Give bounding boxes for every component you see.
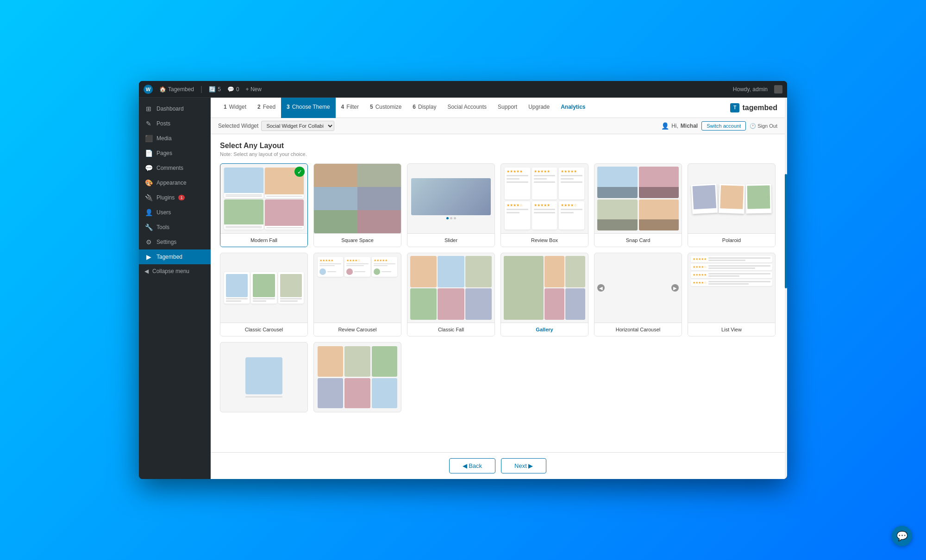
- layout-label-review-carousel: Review Carousel: [314, 323, 401, 336]
- step-label-upgrade: Upgrade: [528, 104, 550, 110]
- sidebar-item-plugins[interactable]: 🔌 Plugins 1: [139, 190, 211, 205]
- step-num-customize: 5: [370, 104, 373, 110]
- layout-card-review-box[interactable]: ★★★★★ ★★★★★ ★★★★★ ★★★★☆ ★★★★★ ★★★★☆ Revi…: [501, 163, 588, 247]
- sidebar-label-comments: Comments: [156, 165, 183, 171]
- step-customize[interactable]: 5Customize: [364, 98, 407, 118]
- layout-card-slider[interactable]: Slider: [407, 163, 495, 247]
- sidebar-label-plugins: Plugins: [156, 194, 175, 201]
- collapse-label: Collapse menu: [152, 268, 189, 274]
- sign-out-button[interactable]: 🕐 Sign Out: [750, 123, 777, 129]
- layout-preview-list-view: ★★★★★ ★★★★☆ ★★★★★ ★★★★☆: [688, 253, 775, 323]
- plugin-logo-text: tagembed: [742, 104, 777, 112]
- sidebar-label-pages: Pages: [156, 150, 172, 156]
- layout-preview-extra-1: [220, 342, 307, 412]
- wp-logo-icon[interactable]: W: [144, 85, 153, 94]
- step-upgrade[interactable]: Upgrade: [523, 98, 555, 118]
- sidebar-label-tools: Tools: [156, 224, 169, 230]
- layout-card-extra-2[interactable]: [313, 342, 401, 412]
- sidebar-item-media[interactable]: ⬛ Media: [139, 131, 211, 146]
- carousel-next-icon: ▶: [671, 284, 679, 292]
- sidebar-item-users[interactable]: 👤 Users: [139, 205, 211, 220]
- sidebar-label-media: Media: [156, 135, 172, 142]
- updates-icon: 🔄: [209, 86, 216, 93]
- layout-card-polaroid[interactable]: Polaroid: [688, 163, 776, 247]
- sidebar-item-comments[interactable]: 💬 Comments: [139, 161, 211, 175]
- sidebar-item-settings[interactable]: ⚙ Settings: [139, 235, 211, 249]
- layout-preview-classic-fall: [407, 253, 494, 323]
- layout-label-modern-fall: Modern Fall: [220, 233, 307, 247]
- layout-card-square-space[interactable]: Square Space: [313, 163, 401, 247]
- sidebar-item-tools[interactable]: 🔧 Tools: [139, 220, 211, 235]
- layout-card-classic-carousel[interactable]: Classic Carousel: [220, 253, 308, 336]
- step-filter[interactable]: 4Filter: [336, 98, 364, 118]
- step-analytics[interactable]: Analytics: [555, 98, 591, 118]
- content-area: 1Widget2Feed3Choose Theme4Filter5Customi…: [211, 98, 785, 479]
- step-display[interactable]: 6Display: [407, 98, 442, 118]
- layout-card-gallery[interactable]: Gallery: [501, 253, 588, 336]
- sidebar-icon-media: ⬛: [144, 135, 153, 142]
- step-label-widget: Widget: [229, 104, 246, 110]
- step-feed[interactable]: 2Feed: [252, 98, 281, 118]
- sidebar-item-posts[interactable]: ✎ Posts: [139, 116, 211, 131]
- sidebar-label-users: Users: [156, 209, 171, 216]
- layout-preview-review-box: ★★★★★ ★★★★★ ★★★★★ ★★★★☆ ★★★★★ ★★★★☆: [501, 164, 588, 233]
- step-label-filter: Filter: [346, 104, 359, 110]
- back-button[interactable]: ◀ Back: [449, 458, 496, 473]
- step-label-customize: Customize: [375, 104, 402, 110]
- layout-card-snap-card[interactable]: Snap Card: [594, 163, 682, 247]
- layout-label-classic-carousel: Classic Carousel: [220, 323, 307, 336]
- scrollbar-thumb: [785, 174, 787, 288]
- section-title: Select Any Layout: [220, 142, 776, 150]
- section-note: Note: Select any layout of your choice.: [220, 151, 776, 157]
- layout-preview-square-space: [314, 164, 401, 233]
- sidebar-item-appearance[interactable]: 🎨 Appearance: [139, 175, 211, 190]
- admin-bar: W 🏠 Tagembed | 🔄 5 💬 0 + New Howdy, admi…: [139, 81, 787, 98]
- widget-select-dropdown[interactable]: Social Widget For Collabi: [261, 121, 334, 131]
- collapse-menu-button[interactable]: ◀ Collapse menu: [139, 264, 211, 278]
- step-label-feed: Feed: [263, 104, 275, 110]
- sidebar-icon-pages: 📄: [144, 149, 153, 157]
- switch-account-button[interactable]: Switch account: [701, 121, 746, 131]
- scrollbar[interactable]: [785, 98, 787, 479]
- updates-link[interactable]: 🔄 5: [209, 86, 221, 93]
- sidebar-icon-plugins: 🔌: [144, 194, 153, 201]
- next-button[interactable]: Next ▶: [501, 458, 546, 473]
- step-social-accounts[interactable]: Social Accounts: [442, 98, 492, 118]
- step-label-social-accounts: Social Accounts: [447, 104, 487, 110]
- step-choose-theme[interactable]: 3Choose Theme: [281, 98, 336, 118]
- plugin-topbar: 1Widget2Feed3Choose Theme4Filter5Customi…: [211, 98, 785, 118]
- widget-selector: Selected Widget Social Widget For Collab…: [218, 121, 334, 131]
- layout-preview-gallery: [501, 253, 588, 323]
- sidebar-item-pages[interactable]: 📄 Pages: [139, 146, 211, 161]
- step-label-analytics: Analytics: [561, 104, 585, 110]
- layout-card-list-view[interactable]: ★★★★★ ★★★★☆ ★★★★★ ★★★★☆ List View: [688, 253, 776, 336]
- layout-card-review-carousel[interactable]: ★★★★★ ★★★★☆ ★★★★★: [313, 253, 401, 336]
- new-content-link[interactable]: + New: [246, 86, 262, 93]
- site-name-link[interactable]: 🏠 Tagembed: [159, 86, 194, 93]
- step-num-filter: 4: [341, 104, 344, 110]
- sidebar-icon-posts: ✎: [144, 120, 153, 127]
- user-greeting: 👤 Hi, Michal: [661, 122, 698, 130]
- chat-bubble-button[interactable]: 💬: [892, 526, 912, 546]
- sidebar-label-appearance: Appearance: [156, 180, 187, 186]
- layout-card-classic-fall[interactable]: Classic Fall: [407, 253, 495, 336]
- step-label-choose-theme: Choose Theme: [292, 104, 330, 110]
- layout-preview-snap-card: [594, 164, 682, 233]
- step-label-display: Display: [418, 104, 436, 110]
- sidebar-item-dashboard[interactable]: ⊞ Dashboard: [139, 101, 211, 116]
- layout-card-horizontal-carousel[interactable]: ◀ ▶ Horizontal Carousel: [594, 253, 682, 336]
- layout-card-extra-1[interactable]: [220, 342, 308, 412]
- sidebar-item-tagembed[interactable]: ▶ Tagembed: [139, 249, 211, 264]
- plugin-logo: T tagembed: [730, 103, 777, 112]
- user-name: Michal: [681, 123, 698, 129]
- sidebar-icon-settings: ⚙: [144, 238, 153, 246]
- step-widget[interactable]: 1Widget: [218, 98, 252, 118]
- comments-link[interactable]: 💬 0: [227, 86, 239, 93]
- sidebar-icon-tagembed: ▶: [144, 253, 153, 261]
- layout-preview-review-carousel: ★★★★★ ★★★★☆ ★★★★★: [314, 253, 401, 323]
- layout-label-polaroid: Polaroid: [688, 233, 775, 247]
- layout-card-modern-fall[interactable]: ✓ Modern Fall: [220, 163, 308, 247]
- sidebar-icon-dashboard: ⊞: [144, 105, 153, 112]
- step-support[interactable]: Support: [492, 98, 523, 118]
- sidebar-label-posts: Posts: [156, 120, 170, 127]
